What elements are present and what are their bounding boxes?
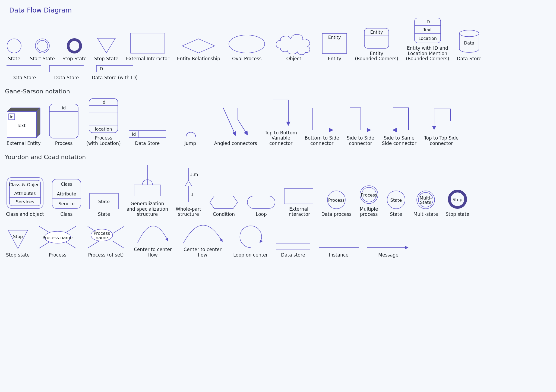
svg-text:location: location	[95, 127, 112, 132]
svg-point-7	[229, 35, 265, 53]
svg-marker-27	[36, 108, 40, 138]
svg-marker-64	[185, 181, 192, 186]
shape-stop-state-ring: Stop State	[62, 38, 87, 62]
svg-text:Attribute: Attribute	[57, 191, 76, 197]
shape-stop-state-tri: Stop Stop state	[6, 229, 30, 258]
svg-text:id: id	[10, 114, 14, 119]
shape-stop-state-triangle: Stop State	[94, 37, 118, 62]
shape-object-cloud: Object	[273, 33, 314, 62]
shape-gs-ttb: Top to Bottom Variable connector	[265, 98, 297, 146]
shape-instance: Instance	[318, 245, 359, 258]
shape-gs-process-location: id location Process (with Location)	[86, 98, 121, 146]
svg-text:State: State	[420, 200, 431, 205]
svg-text:1: 1	[191, 192, 194, 197]
shape-gs-angled-connectors: Angled connectors	[214, 106, 257, 146]
shape-gs-sts: Side to Side connector	[347, 106, 374, 146]
shape-gs-external-entity: id Text External Entity	[6, 107, 41, 146]
shape-gen-spec: Generalization and specialization struct…	[127, 164, 168, 217]
shape-gs-ttts: Top to Top Side connector	[424, 106, 459, 146]
svg-marker-68	[210, 196, 238, 208]
shape-yc-external: External interactor	[284, 188, 314, 217]
svg-text:Services: Services	[16, 199, 34, 204]
svg-text:Class-&-Object: Class-&-Object	[9, 182, 41, 187]
svg-text:id: id	[102, 100, 106, 105]
svg-line-89	[64, 241, 76, 248]
svg-marker-26	[7, 108, 40, 112]
shape-whole-part: 1,m 1 Whole-part structure	[176, 166, 201, 217]
svg-line-93	[113, 226, 124, 233]
shape-gs-bts: Bottom to Side connector	[305, 106, 339, 146]
svg-text:State: State	[390, 198, 402, 203]
svg-text:Process: Process	[328, 198, 345, 203]
svg-text:Process name: Process name	[43, 235, 73, 240]
yc-row-1: Class-&-Object Attributes Services Class…	[6, 164, 551, 217]
shape-external-interactor: External Interactor	[126, 32, 169, 62]
svg-text:Class: Class	[61, 182, 72, 187]
shape-start-state: Start State	[30, 38, 55, 62]
page-title: Data Flow Diagram	[9, 7, 551, 14]
svg-line-88	[39, 241, 51, 248]
svg-marker-84	[8, 230, 28, 249]
svg-marker-4	[97, 38, 115, 53]
shape-stop-state-ring-2: Stop Stop state	[446, 189, 469, 217]
svg-rect-70	[284, 189, 313, 204]
svg-point-20	[459, 30, 479, 37]
dfd-row-1: State Start State Stop State Stop State …	[6, 17, 551, 62]
shape-loop-center: Loop on center	[233, 224, 268, 258]
shape-entity-rounded: Entity Entity (Rounded Corners)	[355, 28, 398, 62]
shape-gs-process: id Process	[49, 103, 79, 146]
svg-point-2	[37, 40, 48, 51]
svg-text:id: id	[132, 131, 136, 137]
svg-point-1	[35, 39, 49, 53]
svg-text:Text: Text	[17, 123, 26, 128]
shape-entity: Entity Entity	[322, 33, 347, 62]
svg-text:Entity: Entity	[328, 35, 341, 40]
svg-text:Service: Service	[58, 201, 74, 206]
shape-condition: Condition	[209, 195, 239, 217]
svg-line-43	[223, 108, 236, 135]
svg-text:Stop: Stop	[13, 234, 23, 239]
svg-text:Data: Data	[464, 40, 474, 46]
shape-entity-relationship: Entity Relationship	[177, 38, 220, 62]
svg-text:1,m: 1,m	[190, 172, 198, 177]
shape-data-store-with-id: ID Data Store (with ID)	[92, 64, 138, 81]
svg-line-87	[64, 226, 76, 233]
shape-state-circle: State State	[386, 190, 406, 217]
svg-text:Entity: Entity	[370, 29, 383, 34]
shape-yc-data-store: Data store	[276, 243, 311, 258]
shape-data-store-cylinder: Data Data Store	[457, 30, 482, 62]
svg-line-94	[88, 241, 99, 248]
shape-gs-data-store: id Data Store	[128, 129, 166, 146]
shape-oval-process: Oval Process	[228, 34, 266, 62]
shape-gs-stss: Side to Same Side connector	[382, 106, 416, 146]
shape-data-store-open: Data Store	[49, 64, 84, 81]
svg-line-86	[39, 226, 51, 233]
shape-gs-jump: Jump	[174, 129, 207, 146]
svg-text:Process: Process	[361, 192, 377, 197]
svg-line-95	[113, 241, 124, 248]
shape-ctc-2: Center to center flow	[179, 224, 226, 258]
shape-class-object: Class-&-Object Attributes Services Class…	[6, 176, 44, 217]
shape-ycstate: State State	[89, 193, 119, 217]
svg-text:Stop: Stop	[453, 197, 462, 202]
shape-ctc-1: Center to center flow	[134, 224, 172, 258]
shape-data-process: Process Data process	[321, 190, 351, 217]
shape-data-store-lines: Data Store	[6, 64, 41, 81]
yc-row-2: Stop Stop state Process name Process Pro…	[6, 224, 551, 258]
shape-process-name: Process name Process	[37, 224, 78, 258]
shape-multiple-process: Process Multiple process	[359, 185, 379, 217]
shape-class: Class Attribute Service Class	[52, 178, 81, 217]
svg-text:name: name	[96, 235, 108, 240]
svg-rect-69	[247, 196, 275, 208]
svg-rect-5	[131, 33, 165, 53]
section-gane-sarson: Gane-Sarson notation	[5, 88, 551, 95]
svg-text:Attributes: Attributes	[14, 191, 36, 196]
svg-text:State: State	[98, 199, 110, 204]
svg-text:id: id	[62, 105, 66, 110]
shape-entity-id-loc: ID Text Location Entity with ID and Loca…	[406, 17, 449, 62]
shape-multi-state: Multi-State Multi-state	[413, 190, 438, 217]
svg-text:Text: Text	[423, 27, 432, 32]
shape-loop: Loop	[246, 195, 276, 217]
svg-text:ID: ID	[98, 66, 103, 71]
shape-process-offset: Processname Process (offset)	[86, 224, 126, 258]
